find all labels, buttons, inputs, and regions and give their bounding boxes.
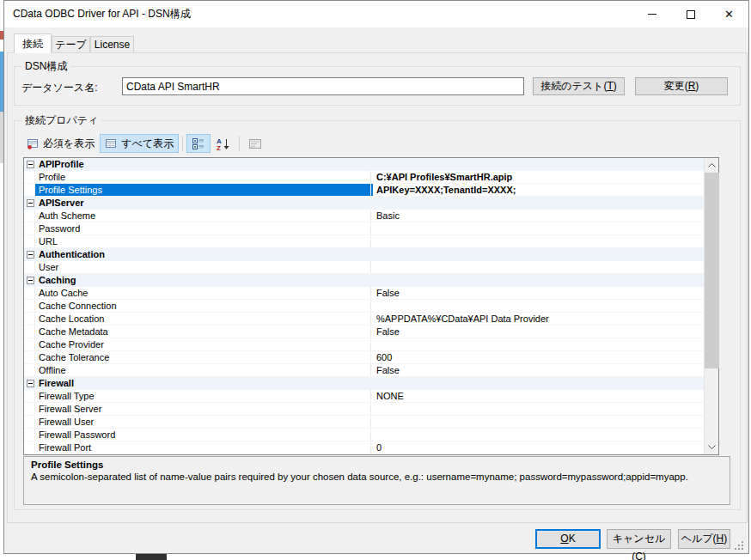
tab-license[interactable]: License [90,36,134,53]
grid-property-row[interactable]: Firewall User [24,416,704,429]
property-name[interactable]: Firewall Type [35,390,371,402]
grid-property-row[interactable]: OfflineFalse [24,364,704,377]
property-name[interactable]: Cache Metadata [35,326,371,338]
grid-property-row[interactable]: Cache Provider [24,338,704,351]
property-description-panel: Profile Settings A semicolon-separated l… [23,456,730,505]
row-indent [24,184,35,196]
window-controls: ✕ [632,1,748,27]
minimize-button[interactable] [632,1,671,27]
property-name[interactable]: Firewall User [35,416,371,428]
description-text: A semicolon-separated list of name-value… [31,472,723,482]
grid-property-row[interactable]: Firewall Port0 [24,441,704,454]
tab-page-connection: DSN構成 データソース名: 接続のテスト(T) 変更(R) 接続プロパティ 必… [7,52,748,523]
scroll-up-button[interactable] [705,158,719,173]
property-value[interactable] [371,416,704,428]
resize-grip-icon[interactable] [734,540,744,551]
property-name[interactable]: URL [35,235,371,247]
grid-property-row[interactable]: Firewall Password [24,429,704,441]
close-button[interactable]: ✕ [710,1,748,27]
property-name[interactable]: User [35,261,371,273]
window-title: CData ODBC Driver for API - DSN構成 [4,7,632,21]
property-value[interactable]: Basic [371,210,704,222]
show-all-button[interactable]: すべて表示 [100,134,179,153]
row-indent [24,338,35,350]
property-value[interactable] [371,300,704,312]
datasource-name-input[interactable] [122,77,524,95]
property-name[interactable]: Profile Settings [35,184,371,196]
row-indent [24,403,35,415]
show-required-button[interactable]: 必須を表示 [21,134,100,153]
category-name: Firewall [39,377,74,390]
grid-category-row[interactable]: Authentication [24,248,704,261]
property-name[interactable]: Firewall Password [35,429,371,441]
collapse-minus-icon[interactable] [27,380,34,387]
datasource-name-label: データソース名: [21,81,97,95]
property-value[interactable]: False [371,364,704,376]
grid-property-row[interactable]: Profile SettingsAPIKey=XXXX;TenantId=XXX… [24,184,704,197]
cancel-button[interactable]: キャンセル(C) [607,529,671,549]
collapse-minus-icon[interactable] [27,251,34,259]
grid-property-row[interactable]: Password [24,222,704,235]
title-bar[interactable]: CData ODBC Driver for API - DSN構成 ✕ [4,1,748,27]
ok-button[interactable]: OK [535,529,601,549]
property-value[interactable] [371,261,704,273]
property-name[interactable]: Cache Connection [35,300,371,312]
property-name[interactable]: Password [35,222,371,234]
sort-alphabetical-button[interactable]: AZ [211,134,235,153]
property-value[interactable] [371,338,704,350]
grid-property-row[interactable]: Cache Location%APPDATA%¥CData¥API Data P… [24,313,704,326]
connection-properties-groupbox: 接続プロパティ 必須を表示 すべて表示 [14,120,741,510]
property-value[interactable]: False [371,326,704,338]
grid-category-row[interactable]: Firewall [24,377,704,390]
tab-connection[interactable]: 接続 [14,33,52,53]
property-value[interactable] [371,429,704,441]
property-name[interactable]: Firewall Server [35,403,371,415]
maximize-icon [687,10,695,19]
property-name[interactable]: Firewall Port [35,441,371,453]
property-name[interactable]: Cache Provider [35,338,371,350]
grid-category-row[interactable]: APIServer [24,197,704,210]
property-value[interactable] [371,403,704,415]
grid-property-row[interactable]: Auth SchemeBasic [24,210,704,222]
grid-property-row[interactable]: Cache Tolerance600 [24,351,704,364]
collapse-minus-icon[interactable] [27,277,34,284]
property-value[interactable]: %APPDATA%¥CData¥API Data Provider [371,313,704,325]
property-name[interactable]: Cache Location [35,313,371,325]
maximize-button[interactable] [671,1,710,27]
property-value[interactable] [371,235,704,247]
property-name[interactable]: Auth Scheme [35,210,371,222]
property-name[interactable]: Profile [35,171,371,183]
categorized-view-button[interactable] [186,134,211,153]
property-value[interactable] [371,222,704,234]
grid-property-row[interactable]: Cache Connection [24,300,704,313]
scrollbar-thumb[interactable] [705,173,719,368]
grid-category-row[interactable]: Caching [24,274,704,287]
property-value[interactable]: C:¥API Profiles¥SmartHR.apip [371,171,704,183]
grid-property-row[interactable]: Firewall TypeNONE [24,390,704,403]
grid-property-row[interactable]: User [24,261,704,274]
change-button[interactable]: 変更(R) [635,77,728,95]
test-connection-button[interactable]: 接続のテスト(T) [533,77,625,95]
property-name[interactable]: Offline [35,364,371,376]
collapse-minus-icon[interactable] [27,161,34,168]
tab-tables[interactable]: テーブル [52,36,90,53]
property-name[interactable]: Cache Tolerance [35,351,371,363]
property-value[interactable]: 600 [371,351,704,363]
property-value[interactable]: APIKey=XXXX;TenantId=XXXX; [371,184,704,196]
property-value[interactable]: False [371,287,704,299]
vertical-scrollbar[interactable] [704,158,718,454]
collapse-minus-icon[interactable] [27,199,34,207]
description-title: Profile Settings [31,460,723,470]
grid-property-row[interactable]: ProfileC:¥API Profiles¥SmartHR.apip [24,171,704,184]
grid-property-row[interactable]: Firewall Server [24,403,704,416]
category-name: Caching [39,274,76,287]
scroll-down-button[interactable] [705,440,719,454]
help-button[interactable]: ヘルプ(H) [678,529,730,549]
property-value[interactable]: NONE [371,390,704,402]
grid-property-row[interactable]: URL [24,235,704,248]
property-name[interactable]: Auto Cache [35,287,371,299]
grid-property-row[interactable]: Cache MetadataFalse [24,326,704,338]
property-value[interactable]: 0 [371,441,704,453]
grid-category-row[interactable]: APIProfile [24,158,704,171]
grid-property-row[interactable]: Auto CacheFalse [24,287,704,300]
